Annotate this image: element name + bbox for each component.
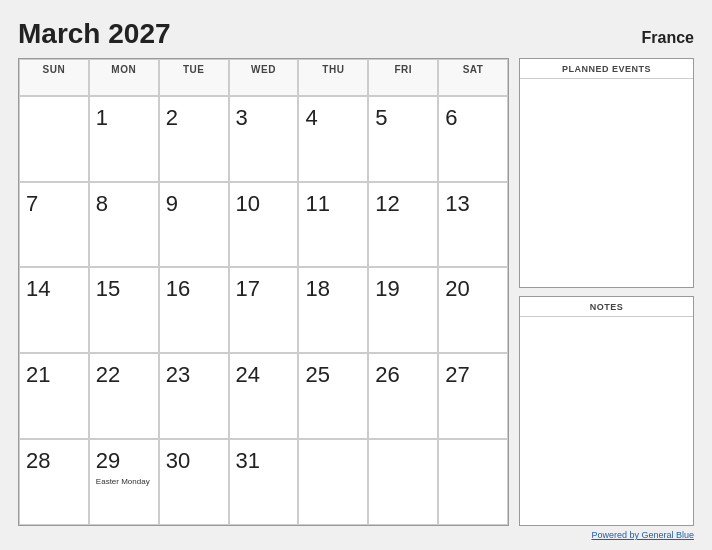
- day-cell-10: 10: [229, 182, 299, 268]
- powered-by-link[interactable]: Powered by General Blue: [591, 530, 694, 540]
- day-cell-empty-r5c6: [368, 439, 438, 525]
- month-title: March 2027: [18, 18, 171, 50]
- day-header-thu: THU: [298, 59, 368, 96]
- day-cell-5: 5: [368, 96, 438, 182]
- day-cell-4: 4: [298, 96, 368, 182]
- day-header-sun: SUN: [19, 59, 89, 96]
- calendar-page: March 2027 France SUN MON TUE WED THU FR…: [0, 0, 712, 550]
- day-header-tue: TUE: [159, 59, 229, 96]
- footer: Powered by General Blue: [18, 526, 694, 540]
- day-cell-13: 13: [438, 182, 508, 268]
- calendar-grid: SUN MON TUE WED THU FRI SAT 1 2 3 4 5 6 …: [19, 59, 508, 525]
- day-cell-empty-r5c5: [298, 439, 368, 525]
- day-cell-9: 9: [159, 182, 229, 268]
- calendar-header: March 2027 France: [18, 18, 694, 50]
- day-cell-26: 26: [368, 353, 438, 439]
- day-cell-6: 6: [438, 96, 508, 182]
- day-cell-28: 28: [19, 439, 89, 525]
- day-header-mon: MON: [89, 59, 159, 96]
- day-cell-2: 2: [159, 96, 229, 182]
- sidebar: PLANNED EVENTS NOTES: [519, 58, 694, 526]
- day-cell-16: 16: [159, 267, 229, 353]
- day-header-sat: SAT: [438, 59, 508, 96]
- day-cell-17: 17: [229, 267, 299, 353]
- day-cell-11: 11: [298, 182, 368, 268]
- day-cell-8: 8: [89, 182, 159, 268]
- day-cell-empty-r5c7: [438, 439, 508, 525]
- calendar-section: SUN MON TUE WED THU FRI SAT 1 2 3 4 5 6 …: [18, 58, 509, 526]
- day-cell-18: 18: [298, 267, 368, 353]
- day-header-fri: FRI: [368, 59, 438, 96]
- day-cell-30: 30: [159, 439, 229, 525]
- notes-box: NOTES: [519, 296, 694, 526]
- day-cell-31: 31: [229, 439, 299, 525]
- notes-title: NOTES: [520, 297, 693, 317]
- planned-events-content: [520, 79, 693, 287]
- day-cell-12: 12: [368, 182, 438, 268]
- day-cell-27: 27: [438, 353, 508, 439]
- day-cell-7: 7: [19, 182, 89, 268]
- day-cell-21: 21: [19, 353, 89, 439]
- day-cell-20: 20: [438, 267, 508, 353]
- main-content: SUN MON TUE WED THU FRI SAT 1 2 3 4 5 6 …: [18, 58, 694, 526]
- planned-events-title: PLANNED EVENTS: [520, 59, 693, 79]
- day-cell-25: 25: [298, 353, 368, 439]
- day-cell-1: 1: [89, 96, 159, 182]
- day-cell-14: 14: [19, 267, 89, 353]
- day-cell-22: 22: [89, 353, 159, 439]
- planned-events-box: PLANNED EVENTS: [519, 58, 694, 288]
- day-cell-empty: [19, 96, 89, 182]
- day-cell-19: 19: [368, 267, 438, 353]
- day-cell-3: 3: [229, 96, 299, 182]
- easter-monday-label: Easter Monday: [96, 477, 150, 487]
- day-cell-23: 23: [159, 353, 229, 439]
- notes-content: [520, 317, 693, 525]
- country-label: France: [642, 29, 694, 47]
- day-header-wed: WED: [229, 59, 299, 96]
- day-cell-29: 29 Easter Monday: [89, 439, 159, 525]
- day-cell-24: 24: [229, 353, 299, 439]
- day-cell-15: 15: [89, 267, 159, 353]
